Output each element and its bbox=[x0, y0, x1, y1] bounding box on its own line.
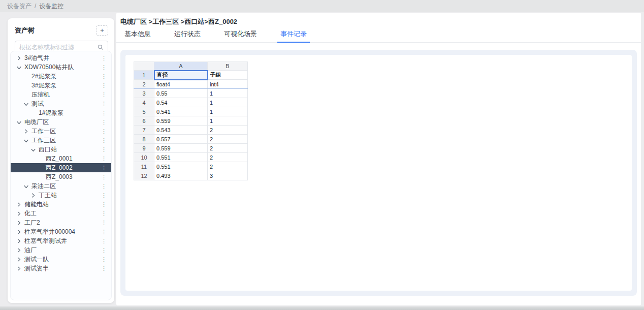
breadcrumb-device-assets[interactable]: 设备资产 bbox=[7, 2, 31, 11]
tree-item[interactable]: 压缩机⋮ bbox=[11, 90, 111, 99]
kebab-menu-icon[interactable]: ⋮ bbox=[101, 72, 107, 81]
tree-item[interactable]: 西口站⋮ bbox=[11, 145, 111, 154]
kebab-menu-icon[interactable]: ⋮ bbox=[101, 163, 107, 172]
tab-0[interactable]: 基本信息 bbox=[121, 27, 154, 42]
kebab-menu-icon[interactable]: ⋮ bbox=[101, 227, 107, 236]
grid-cell-B2[interactable]: int4 bbox=[208, 80, 248, 89]
chevron-right-icon[interactable] bbox=[17, 239, 24, 243]
tree-item[interactable]: 西Z_0001⋮ bbox=[11, 154, 111, 163]
kebab-menu-icon[interactable]: ⋮ bbox=[101, 53, 107, 63]
grid-row-header[interactable]: 10 bbox=[134, 153, 154, 162]
grid-row-header[interactable]: 5 bbox=[134, 107, 154, 116]
kebab-menu-icon[interactable]: ⋮ bbox=[101, 81, 107, 90]
chevron-right-icon[interactable] bbox=[31, 193, 39, 198]
kebab-menu-icon[interactable]: ⋮ bbox=[101, 117, 107, 127]
grid-cell-A7[interactable]: 0.543 bbox=[154, 126, 208, 135]
kebab-menu-icon[interactable]: ⋮ bbox=[101, 245, 107, 255]
tree-item[interactable]: 工作三区⋮ bbox=[11, 136, 111, 145]
kebab-menu-icon[interactable]: ⋮ bbox=[101, 255, 107, 264]
tree-item[interactable]: 3#泥浆泵⋮ bbox=[11, 81, 111, 90]
tree-item[interactable]: 丁王站⋮ bbox=[11, 191, 111, 200]
grid-cell-A5[interactable]: 0.541 bbox=[154, 107, 208, 116]
tree-item[interactable]: 油厂⋮ bbox=[11, 245, 111, 255]
tree-item[interactable]: XDW70500钻井队⋮ bbox=[11, 63, 111, 72]
kebab-menu-icon[interactable]: ⋮ bbox=[101, 154, 107, 163]
kebab-menu-icon[interactable]: ⋮ bbox=[101, 236, 107, 245]
kebab-menu-icon[interactable]: ⋮ bbox=[101, 209, 107, 218]
grid-row-header[interactable]: 7 bbox=[134, 126, 154, 135]
kebab-menu-icon[interactable]: ⋮ bbox=[101, 63, 107, 72]
grid-row-header[interactable]: 6 bbox=[134, 116, 154, 126]
grid-cell-A8[interactable]: 0.557 bbox=[154, 135, 208, 144]
grid-cell-B4[interactable]: 1 bbox=[208, 98, 248, 107]
tree-item[interactable]: 3#油气井⋮ bbox=[11, 53, 111, 63]
grid-cell-B6[interactable]: 1 bbox=[208, 116, 248, 126]
grid-cell-B11[interactable]: 2 bbox=[208, 162, 248, 171]
grid-cell-B12[interactable]: 3 bbox=[208, 171, 248, 180]
kebab-menu-icon[interactable]: ⋮ bbox=[101, 200, 107, 209]
grid-corner-cell[interactable] bbox=[134, 62, 154, 71]
chevron-down-icon[interactable] bbox=[24, 102, 31, 107]
chevron-right-icon[interactable] bbox=[17, 257, 24, 262]
chevron-down-icon[interactable] bbox=[24, 184, 31, 189]
add-asset-button[interactable]: + bbox=[96, 25, 108, 36]
grid-cell-A1[interactable]: 直径 bbox=[154, 71, 208, 80]
tree-item[interactable]: 工作一区⋮ bbox=[11, 127, 111, 136]
tree-item[interactable]: 2#泥浆泵⋮ bbox=[11, 72, 111, 81]
kebab-menu-icon[interactable]: ⋮ bbox=[101, 145, 107, 154]
tree-item[interactable]: 1#泥浆泵⋮ bbox=[11, 108, 111, 117]
chevron-down-icon[interactable] bbox=[17, 120, 24, 125]
chevron-right-icon[interactable] bbox=[17, 266, 24, 271]
tree-item[interactable]: 西Z_0003⋮ bbox=[11, 172, 111, 181]
tree-item[interactable]: 测试⋮ bbox=[11, 99, 111, 108]
kebab-menu-icon[interactable]: ⋮ bbox=[101, 264, 107, 273]
tree-item[interactable]: 工厂2⋮ bbox=[11, 218, 111, 227]
grid-row-header[interactable]: 3 bbox=[134, 89, 154, 98]
grid-row-header[interactable]: 12 bbox=[134, 171, 154, 180]
chevron-right-icon[interactable] bbox=[17, 202, 24, 207]
tree-item[interactable]: 化工⋮ bbox=[11, 209, 111, 218]
grid-cell-A4[interactable]: 0.54 bbox=[154, 98, 208, 107]
tree-item[interactable]: 测试资半⋮ bbox=[11, 264, 111, 273]
grid-cell-A11[interactable]: 0.551 bbox=[154, 162, 208, 171]
tree-item[interactable]: 采油二区⋮ bbox=[11, 181, 111, 191]
grid-cell-B5[interactable]: 1 bbox=[208, 107, 248, 116]
grid-cell-B9[interactable]: 2 bbox=[208, 144, 248, 153]
chevron-right-icon[interactable] bbox=[17, 248, 24, 253]
kebab-menu-icon[interactable]: ⋮ bbox=[101, 218, 107, 227]
tree-search-input[interactable] bbox=[19, 44, 98, 51]
tree-item[interactable]: 柱塞气举测试井⋮ bbox=[11, 236, 111, 245]
kebab-menu-icon[interactable]: ⋮ bbox=[101, 127, 107, 136]
kebab-menu-icon[interactable]: ⋮ bbox=[101, 136, 107, 145]
grid-cell-B8[interactable]: 2 bbox=[208, 135, 248, 144]
tab-2[interactable]: 可视化场景 bbox=[221, 27, 260, 42]
chevron-right-icon[interactable] bbox=[17, 221, 24, 225]
chevron-down-icon[interactable] bbox=[24, 139, 31, 143]
grid-row-header[interactable]: 11 bbox=[134, 162, 154, 171]
grid-cell-A12[interactable]: 0.493 bbox=[154, 171, 208, 180]
grid-row-header[interactable]: 8 bbox=[134, 135, 154, 144]
search-icon[interactable] bbox=[98, 44, 104, 50]
chevron-right-icon[interactable] bbox=[17, 230, 24, 234]
chevron-right-icon[interactable] bbox=[24, 129, 31, 134]
kebab-menu-icon[interactable]: ⋮ bbox=[101, 181, 107, 191]
grid-row-header[interactable]: 2 bbox=[134, 80, 154, 89]
grid-cell-A2[interactable]: float4 bbox=[154, 80, 208, 89]
chevron-right-icon[interactable] bbox=[17, 211, 24, 216]
kebab-menu-icon[interactable]: ⋮ bbox=[101, 99, 107, 108]
kebab-menu-icon[interactable]: ⋮ bbox=[101, 108, 107, 117]
grid-cell-A10[interactable]: 0.551 bbox=[154, 153, 208, 162]
tab-1[interactable]: 运行状态 bbox=[171, 27, 204, 42]
chevron-down-icon[interactable] bbox=[31, 148, 39, 152]
grid-column-header-B[interactable]: B bbox=[208, 62, 248, 71]
kebab-menu-icon[interactable]: ⋮ bbox=[101, 90, 107, 99]
grid-cell-B7[interactable]: 2 bbox=[208, 126, 248, 135]
grid-cell-A3[interactable]: 0.55 bbox=[154, 89, 208, 98]
tree-item[interactable]: 储能电站⋮ bbox=[11, 200, 111, 209]
kebab-menu-icon[interactable]: ⋮ bbox=[101, 172, 107, 181]
tab-3[interactable]: 事件记录 bbox=[277, 27, 310, 43]
grid-column-header-A[interactable]: A bbox=[154, 62, 208, 71]
grid-row-header[interactable]: 1 bbox=[134, 71, 154, 80]
grid-cell-A9[interactable]: 0.559 bbox=[154, 144, 208, 153]
grid-row-header[interactable]: 4 bbox=[134, 98, 154, 107]
